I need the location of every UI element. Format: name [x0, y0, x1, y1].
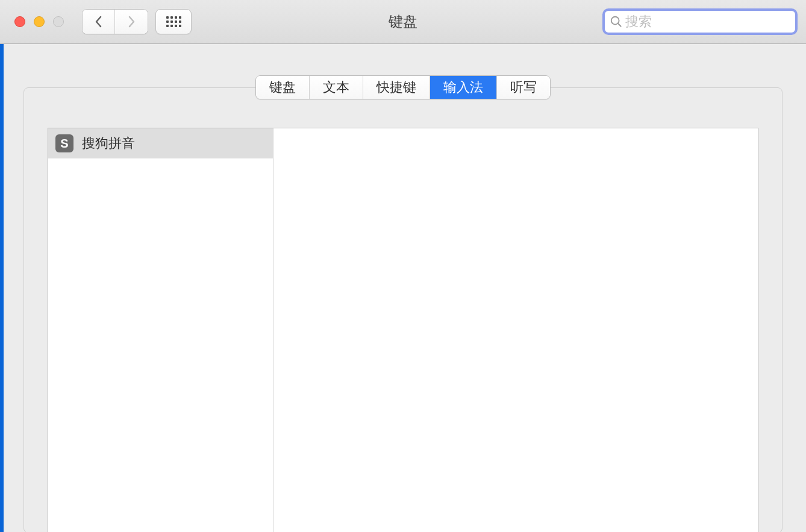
tab-input-sources[interactable]: 输入法	[430, 76, 497, 99]
window-title: 键盘	[389, 12, 417, 31]
forward-button[interactable]	[115, 10, 148, 34]
search-box[interactable]	[602, 8, 798, 35]
window-edge-strip	[0, 43, 4, 532]
grid-icon	[166, 16, 181, 27]
input-sources-split: S 搜狗拼音	[48, 128, 758, 532]
search-icon	[610, 15, 623, 28]
minimize-window-button[interactable]	[34, 16, 45, 27]
svg-line-1	[618, 23, 622, 27]
zoom-window-button	[53, 16, 64, 27]
sogou-icon: S	[55, 134, 73, 152]
nav-buttons	[82, 9, 148, 34]
tab-text[interactable]: 文本	[310, 76, 363, 99]
tab-bar: 键盘 文本 快捷键 输入法 听写	[255, 75, 551, 99]
close-window-button[interactable]	[14, 16, 25, 27]
chevron-left-icon	[95, 16, 103, 28]
tab-shortcuts[interactable]: 快捷键	[363, 76, 430, 99]
content-area: 键盘 文本 快捷键 输入法 听写 S 搜狗拼音	[0, 44, 806, 532]
tab-keyboard[interactable]: 键盘	[256, 76, 310, 99]
input-source-list: S 搜狗拼音	[48, 128, 273, 532]
chevron-right-icon	[127, 16, 136, 28]
search-input[interactable]	[625, 14, 791, 30]
tab-dictation[interactable]: 听写	[497, 76, 550, 99]
show-all-button[interactable]	[155, 9, 192, 34]
svg-point-0	[611, 17, 619, 25]
input-source-label: 搜狗拼音	[82, 134, 135, 152]
preferences-panel: S 搜狗拼音	[23, 87, 783, 532]
titlebar: 键盘	[0, 0, 806, 44]
input-source-detail	[273, 128, 758, 532]
input-source-item[interactable]: S 搜狗拼音	[48, 128, 273, 158]
traffic-lights	[14, 16, 64, 27]
back-button[interactable]	[83, 10, 115, 34]
